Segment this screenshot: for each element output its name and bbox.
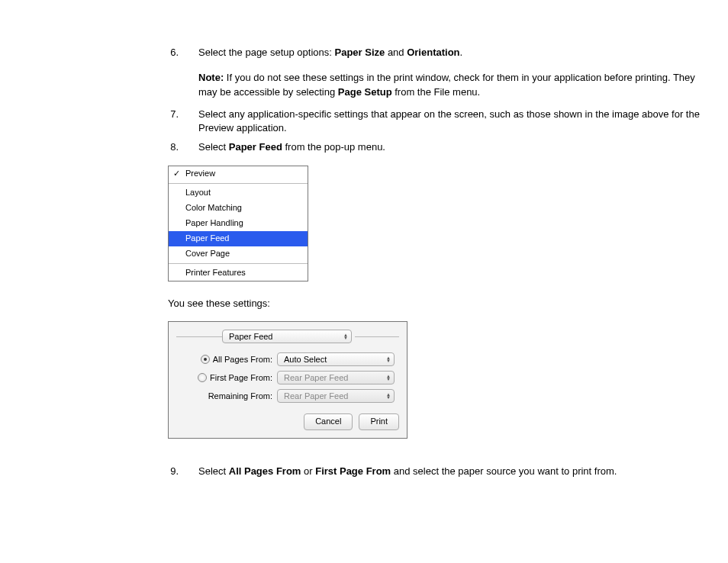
bold-all-pages-from: All Pages From	[229, 465, 301, 477]
print-button[interactable]: Print	[359, 413, 399, 430]
menu-item-layout-label: Layout	[185, 188, 211, 197]
bold-orientation: Orientation	[407, 47, 459, 58]
step-7: 7. Select any application-specific setti…	[15, 108, 713, 137]
menu-item-layout[interactable]: Layout	[169, 185, 308, 201]
menu-item-cover-page-label: Cover Page	[185, 249, 230, 258]
menu-item-paper-handling[interactable]: Paper Handling	[169, 216, 308, 231]
all-pages-from-value: Auto Select	[284, 354, 327, 366]
step-9-mid: or	[301, 465, 315, 477]
step-7-number: 7.	[160, 108, 179, 122]
step-8-prefix: Select	[198, 141, 229, 153]
step-6-suffix: .	[460, 47, 463, 58]
menu-item-printer-features[interactable]: Printer Features	[169, 265, 308, 281]
caption-after-menu: You see these settings:	[168, 297, 710, 311]
chevron-up-down-icon: ▲▼	[386, 356, 391, 362]
step-8-suffix: from the pop-up menu.	[282, 141, 385, 153]
bold-paper-feed: Paper Feed	[229, 141, 282, 153]
divider-right	[355, 336, 399, 337]
popup-menu-figure: Preview Layout Color Matching Paper Hand…	[168, 166, 308, 282]
menu-item-preview[interactable]: Preview	[169, 166, 308, 182]
menu-item-paper-handling-label: Paper Handling	[185, 218, 243, 227]
menu-item-printer-features-label: Printer Features	[185, 268, 246, 277]
step-6: 6. Select the page setup options: Paper …	[15, 46, 713, 100]
cancel-button[interactable]: Cancel	[304, 413, 353, 430]
step-6-note: Note: If you do not see these settings i…	[198, 71, 713, 100]
all-pages-from-select[interactable]: Auto Select ▲▼	[277, 352, 395, 366]
chevron-up-down-icon: ▲▼	[386, 375, 391, 381]
chevron-up-down-icon: ▲▼	[343, 333, 348, 339]
print-button-label: Print	[370, 417, 388, 426]
paper-feed-dialog-figure: Paper Feed ▲▼ All Pages From: Auto Selec…	[168, 321, 407, 439]
step-6-prefix: Select the page setup options:	[198, 47, 335, 58]
note-body-b: from the File menu.	[392, 86, 481, 98]
divider-left	[176, 336, 222, 337]
first-page-from-label: First Page From:	[210, 372, 272, 384]
radio-all-pages[interactable]	[201, 355, 210, 364]
menu-item-cover-page[interactable]: Cover Page	[169, 246, 308, 262]
radio-first-page[interactable]	[198, 373, 207, 382]
menu-item-color-matching-label: Color Matching	[185, 203, 242, 212]
menu-separator	[169, 263, 308, 264]
step-9-suffix: and select the paper source you want to …	[391, 465, 617, 477]
step-9: 9. Select All Pages From or First Page F…	[15, 465, 713, 479]
step-6-number: 6.	[160, 46, 179, 60]
step-7-text: Select any application-specific settings…	[198, 108, 713, 137]
step-6-mid: and	[385, 47, 407, 58]
step-9-number: 9.	[160, 465, 179, 479]
section-popup[interactable]: Paper Feed ▲▼	[222, 330, 352, 343]
menu-item-paper-feed[interactable]: Paper Feed	[169, 231, 308, 246]
menu-separator	[169, 183, 308, 184]
bold-paper-size: Paper Size	[335, 47, 385, 58]
first-page-from-value: Rear Paper Feed	[284, 372, 348, 384]
step-8-text: Select Paper Feed from the pop-up menu.	[198, 140, 713, 155]
first-page-from-select[interactable]: Rear Paper Feed ▲▼	[277, 371, 395, 384]
step-9-text: Select All Pages From or First Page From…	[198, 465, 713, 479]
menu-item-preview-label: Preview	[185, 169, 215, 178]
all-pages-from-label: All Pages From:	[213, 354, 272, 366]
step-8: 8. Select Paper Feed from the pop-up men…	[15, 140, 713, 155]
remaining-from-label: Remaining From:	[208, 391, 272, 403]
cancel-button-label: Cancel	[315, 417, 341, 426]
section-popup-label: Paper Feed	[229, 331, 272, 343]
bold-first-page-from: First Page From	[315, 465, 391, 477]
step-6-text: Select the page setup options: Paper Siz…	[198, 46, 713, 60]
chevron-up-down-icon: ▲▼	[386, 393, 391, 399]
menu-item-color-matching[interactable]: Color Matching	[169, 201, 308, 216]
remaining-from-value: Rear Paper Feed	[284, 391, 348, 403]
step-9-prefix: Select	[198, 465, 229, 477]
menu-item-paper-feed-label: Paper Feed	[185, 233, 229, 243]
note-label: Note:	[198, 72, 224, 83]
step-8-number: 8.	[160, 140, 179, 155]
remaining-from-select[interactable]: Rear Paper Feed ▲▼	[277, 389, 395, 403]
bold-page-setup: Page Setup	[338, 86, 392, 98]
